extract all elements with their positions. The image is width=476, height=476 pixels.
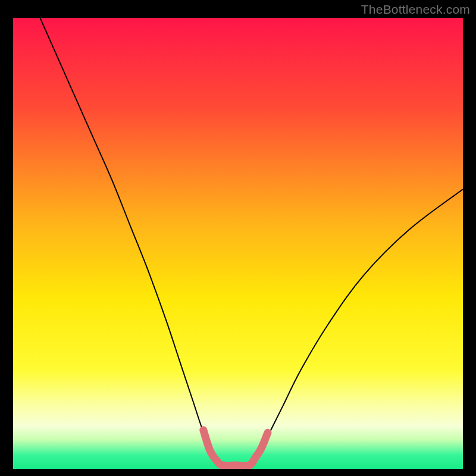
plot-svg bbox=[13, 18, 463, 469]
plot-area bbox=[13, 18, 463, 469]
plot-background bbox=[13, 18, 463, 469]
watermark-text: TheBottleneck.com bbox=[361, 2, 470, 17]
chart-stage: TheBottleneck.com bbox=[0, 0, 476, 476]
